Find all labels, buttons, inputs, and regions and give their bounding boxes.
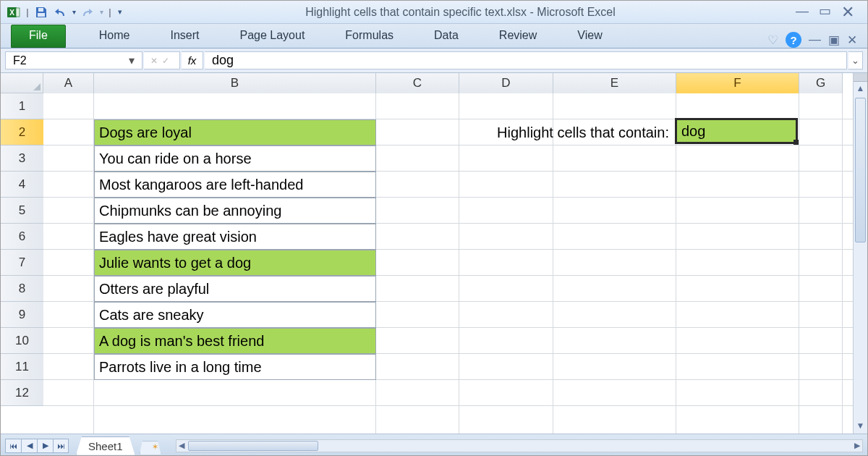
vsplit-handle[interactable] bbox=[854, 73, 867, 82]
row-header-3[interactable]: 3 bbox=[1, 145, 43, 172]
tab-insert[interactable]: Insert bbox=[157, 25, 212, 48]
qat-separator: | bbox=[24, 4, 31, 21]
column-header-G[interactable]: G bbox=[799, 73, 843, 93]
new-sheet-button[interactable] bbox=[140, 441, 161, 455]
ribbon-minimize-icon[interactable]: ♡ bbox=[767, 33, 778, 48]
formula-input[interactable]: dog bbox=[205, 51, 847, 69]
row-header-8[interactable]: 8 bbox=[1, 276, 43, 302]
sheet-nav-first-icon[interactable]: ⏮ bbox=[5, 439, 21, 453]
svg-rect-2 bbox=[16, 8, 20, 17]
row-header-2[interactable]: 2 bbox=[1, 119, 43, 145]
cell-B9[interactable]: Cats are sneaky bbox=[94, 302, 376, 328]
cell-B6[interactable]: Eagles have great vision bbox=[94, 224, 376, 250]
cell-B7[interactable]: Julie wants to get a dog bbox=[94, 250, 376, 276]
minimize-button[interactable]: ― bbox=[796, 4, 809, 20]
formula-cancel-icon: ✕ bbox=[150, 56, 158, 66]
svg-text:X: X bbox=[9, 9, 14, 17]
cell-grid[interactable]: Dogs are loyalYou can ride on a horseMos… bbox=[43, 93, 853, 434]
sheet-nav: ⏮ ◀ ▶ ⏭ bbox=[5, 439, 69, 453]
column-header-F[interactable]: F bbox=[676, 73, 799, 93]
criteria-label: Highlight cells that contain: bbox=[376, 119, 676, 145]
vscroll-thumb[interactable] bbox=[855, 98, 866, 242]
tab-data[interactable]: Data bbox=[421, 25, 472, 48]
workbook-close-icon[interactable]: ✕ bbox=[847, 33, 857, 48]
hscroll-right-arrow-icon[interactable]: ▶ bbox=[854, 441, 860, 450]
fx-label: fx bbox=[188, 54, 197, 67]
insert-function-button[interactable]: fx bbox=[182, 51, 203, 69]
svg-rect-4 bbox=[38, 13, 45, 17]
row-header-4[interactable]: 4 bbox=[1, 172, 43, 198]
column-header-E[interactable]: E bbox=[553, 73, 676, 93]
workbook-minimize-icon[interactable]: ― bbox=[809, 33, 821, 47]
vscroll-up-arrow-icon[interactable]: ▲ bbox=[854, 82, 867, 95]
undo-icon[interactable] bbox=[51, 4, 69, 21]
svg-rect-3 bbox=[38, 8, 43, 12]
row-header-11[interactable]: 11 bbox=[1, 354, 43, 380]
cell-B11[interactable]: Parrots live in a long time bbox=[94, 354, 376, 380]
hscroll-thumb[interactable] bbox=[188, 441, 318, 451]
formula-bar: F2 ▾ ✕ ✓ fx dog ⌄ bbox=[1, 48, 867, 73]
row-header-12[interactable]: 12 bbox=[1, 380, 43, 406]
formula-enter-icon: ✓ bbox=[162, 56, 169, 66]
worksheet-area: ABCDEFG123456789101112Dogs are loyalYou … bbox=[1, 73, 867, 434]
column-header-B[interactable]: B bbox=[94, 73, 376, 93]
name-box[interactable]: F2 ▾ bbox=[5, 51, 142, 69]
tab-file[interactable]: File bbox=[11, 25, 66, 48]
select-all-corner[interactable] bbox=[1, 73, 43, 93]
window-controls: ― ▭ ✕ bbox=[796, 4, 863, 20]
formula-value: dog bbox=[212, 53, 234, 68]
undo-dropdown-icon[interactable]: ▾ bbox=[70, 4, 77, 21]
row-header-6[interactable]: 6 bbox=[1, 224, 43, 250]
maximize-button[interactable]: ▭ bbox=[819, 4, 831, 20]
name-box-value: F2 bbox=[13, 54, 27, 67]
column-header-A[interactable]: A bbox=[43, 73, 94, 93]
redo-dropdown-icon[interactable]: ▾ bbox=[98, 4, 105, 21]
cell-B5[interactable]: Chipmunks can be annoying bbox=[94, 198, 376, 224]
formula-cancel-ok: ✕ ✓ bbox=[144, 51, 180, 69]
cell-B3[interactable]: You can ride on a horse bbox=[94, 145, 376, 172]
tab-home[interactable]: Home bbox=[86, 25, 143, 48]
ribbon-tabs: File HomeInsertPage LayoutFormulasDataRe… bbox=[1, 24, 867, 48]
column-header-C[interactable]: C bbox=[376, 73, 459, 93]
help-icon[interactable]: ? bbox=[786, 32, 801, 48]
row-header-9[interactable]: 9 bbox=[1, 302, 43, 328]
quick-access-toolbar: X | ▾ ▾ | ▾ bbox=[5, 4, 125, 21]
row-header-5[interactable]: 5 bbox=[1, 198, 43, 224]
cell-B2[interactable]: Dogs are loyal bbox=[94, 119, 376, 145]
redo-icon[interactable] bbox=[79, 4, 96, 21]
hscroll-left-arrow-icon[interactable]: ◀ bbox=[179, 441, 184, 450]
close-button[interactable]: ✕ bbox=[841, 4, 854, 20]
sheet-nav-prev-icon[interactable]: ◀ bbox=[21, 439, 37, 453]
tab-review[interactable]: Review bbox=[486, 25, 550, 48]
qat-separator-2: | bbox=[106, 4, 114, 21]
cell-B10[interactable]: A dog is man's best friend bbox=[94, 328, 376, 354]
row-header-7[interactable]: 7 bbox=[1, 250, 43, 276]
sheet-nav-last-icon[interactable]: ⏭ bbox=[53, 439, 69, 453]
cell-B4[interactable]: Most kangaroos are left-handed bbox=[94, 172, 376, 198]
title-bar: X | ▾ ▾ | ▾ Highlight cells that contain… bbox=[1, 1, 867, 24]
tab-page-layout[interactable]: Page Layout bbox=[226, 25, 318, 48]
cell-F2-selected[interactable]: dog bbox=[675, 118, 798, 144]
horizontal-scrollbar[interactable]: ◀ ▶ bbox=[176, 439, 863, 452]
sheet-tab-active[interactable]: Sheet1 bbox=[76, 436, 135, 455]
fill-handle[interactable] bbox=[793, 140, 799, 145]
formula-expand-icon[interactable]: ⌄ bbox=[848, 51, 863, 69]
status-bar: ⏮ ◀ ▶ ⏭ Sheet1 ◀ ▶ bbox=[1, 434, 867, 456]
workbook-restore-icon[interactable]: ▣ bbox=[828, 33, 840, 48]
sheet-nav-next-icon[interactable]: ▶ bbox=[37, 439, 53, 453]
cell-B8[interactable]: Otters are playful bbox=[94, 276, 376, 302]
column-header-D[interactable]: D bbox=[459, 73, 553, 93]
excel-app-icon[interactable]: X bbox=[5, 4, 22, 21]
row-header-1[interactable]: 1 bbox=[1, 93, 43, 119]
excel-window: X | ▾ ▾ | ▾ Highlight cells that contain… bbox=[0, 0, 868, 456]
vertical-scrollbar[interactable]: ▲▼ bbox=[853, 73, 867, 434]
tab-view[interactable]: View bbox=[564, 25, 615, 48]
tab-formulas[interactable]: Formulas bbox=[332, 25, 407, 48]
qat-customize-icon[interactable]: ▾ bbox=[115, 4, 125, 21]
vscroll-down-arrow-icon[interactable]: ▼ bbox=[854, 419, 867, 432]
save-icon[interactable] bbox=[33, 4, 50, 21]
window-title: Highlight cells that contain specific te… bbox=[125, 6, 796, 19]
row-header-10[interactable]: 10 bbox=[1, 328, 43, 354]
name-box-dropdown-icon[interactable]: ▾ bbox=[129, 54, 135, 67]
sheet-tabs: Sheet1 bbox=[76, 436, 161, 455]
